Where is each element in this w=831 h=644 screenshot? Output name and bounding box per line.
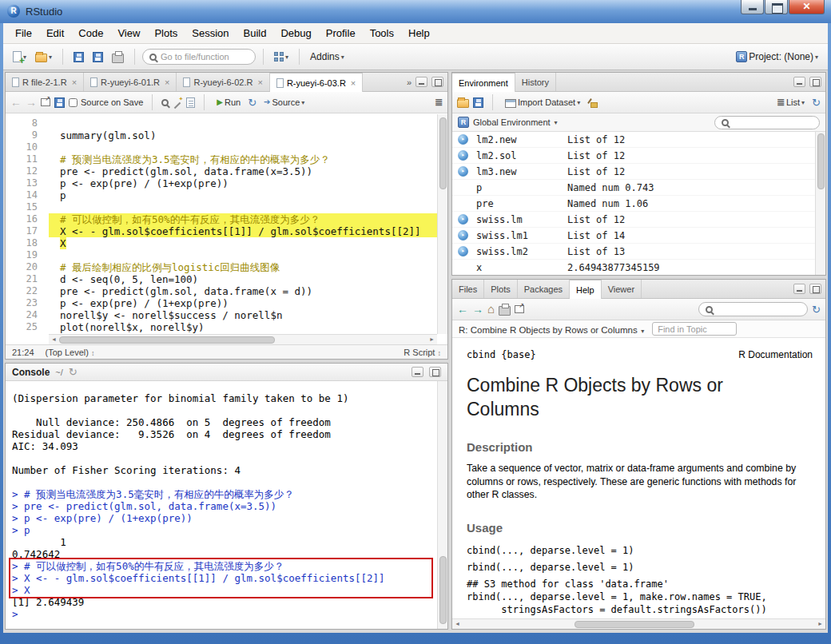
close-tab-icon[interactable]: × — [165, 78, 169, 87]
forward-icon[interactable]: → — [26, 97, 37, 108]
source-tab[interactable]: R-yueyi-6-01.R× — [84, 73, 177, 91]
console-output[interactable]: (Dispersion parameter for binomial famil… — [6, 381, 437, 629]
import-dataset-button[interactable]: Import Dataset▾ — [502, 95, 583, 110]
code-line[interactable]: X <- - glm.sol$coefficients[[1]] / glm.s… — [49, 225, 437, 237]
menu-item-debug[interactable]: Debug — [273, 24, 318, 42]
code-tools-icon[interactable] — [173, 97, 182, 107]
scrollbar-thumb[interactable] — [575, 621, 694, 628]
save-workspace-icon[interactable] — [473, 97, 483, 108]
save-button[interactable] — [70, 50, 87, 65]
close-tab-icon[interactable]: × — [72, 78, 77, 87]
console-vertical-scrollbar[interactable] — [437, 381, 447, 629]
rerun-icon[interactable]: ↻ — [248, 97, 256, 108]
code-line[interactable] — [49, 201, 437, 213]
scroll-left-arrow[interactable]: ◄ — [452, 619, 463, 629]
save-source-icon[interactable] — [54, 97, 65, 108]
minimize-pane-button[interactable] — [793, 284, 805, 294]
back-icon[interactable]: ← — [10, 97, 22, 108]
maximize-pane-button[interactable] — [431, 77, 443, 87]
menu-item-tools[interactable]: Tools — [363, 24, 401, 42]
goto-file-input[interactable] — [161, 52, 249, 62]
editor-vertical-scrollbar[interactable] — [437, 114, 447, 334]
environment-row[interactable]: ▸lm3.newList of 12 — [452, 164, 815, 180]
refresh-icon[interactable]: ↻ — [812, 97, 821, 108]
code-line[interactable]: p — [49, 189, 437, 201]
new-file-button[interactable]: ▾ — [10, 49, 30, 65]
minimize-pane-button[interactable] — [416, 77, 427, 87]
tab-viewer[interactable]: Viewer — [602, 280, 642, 298]
help-search[interactable] — [698, 302, 808, 316]
project-menu-button[interactable]: R Project: (None) ▾ — [733, 49, 821, 65]
minimize-pane-button[interactable] — [793, 77, 805, 87]
code-line[interactable]: pre <- predict(glm.sol, data.frame(x=3.5… — [49, 165, 437, 177]
addins-button[interactable]: Addins▾ — [307, 49, 348, 65]
help-horizontal-scrollbar[interactable]: ◄ ► — [452, 618, 825, 629]
find-in-topic-input[interactable] — [658, 324, 731, 334]
scrollbar-thumb[interactable] — [59, 336, 275, 344]
maximize-pane-button[interactable] — [429, 367, 441, 377]
tab-files[interactable]: Files — [452, 280, 484, 298]
forward-icon[interactable]: → — [472, 304, 483, 315]
code-line[interactable]: plot(norell$x, norell$y) — [49, 321, 437, 333]
compile-notebook-icon[interactable] — [186, 97, 195, 108]
code-line[interactable] — [49, 141, 437, 153]
editor-horizontal-scrollbar[interactable]: ◄ ► — [49, 334, 437, 344]
find-in-topic-box[interactable] — [652, 322, 737, 336]
environment-vertical-scrollbar[interactable] — [815, 132, 825, 275]
save-all-button[interactable] — [89, 50, 106, 65]
code-line[interactable]: pre <- predict(glm.sol, data.frame(x = d… — [49, 285, 437, 297]
tab-plots[interactable]: Plots — [484, 280, 517, 298]
code-line[interactable]: # 可以做控制，如有50%的牛有反应，其电流强度为多少？ — [49, 213, 437, 225]
help-search-input[interactable] — [717, 304, 801, 314]
goto-file-search[interactable] — [142, 49, 256, 65]
code-line[interactable]: X — [49, 237, 437, 249]
source-button[interactable]: ➔Source▾ — [260, 95, 308, 109]
source-tab[interactable]: R-yueyi-6-03.R× — [270, 73, 363, 92]
environment-row[interactable]: preNamed num 1.06 — [452, 196, 815, 212]
open-in-new-window-icon[interactable] — [515, 305, 524, 313]
environment-row[interactable]: ▸lm2.newList of 12 — [452, 132, 815, 148]
menu-item-file[interactable]: File — [8, 24, 39, 42]
refresh-icon[interactable]: ↻ — [812, 304, 821, 315]
expand-object-icon[interactable]: ▸ — [458, 134, 468, 145]
print-button[interactable] — [109, 49, 127, 66]
scroll-left-arrow[interactable]: ◄ — [49, 335, 59, 344]
close-tab-icon[interactable]: × — [351, 78, 356, 88]
menu-item-help[interactable]: Help — [401, 24, 437, 42]
expand-object-icon[interactable]: ▸ — [458, 230, 468, 241]
tab-help[interactable]: Help — [570, 280, 602, 299]
list-view-button[interactable]: ≣List▾ — [773, 94, 808, 110]
scope-selector[interactable]: (Top Level) ↕ — [46, 348, 95, 357]
scrollbar-thumb[interactable] — [817, 133, 825, 189]
home-icon[interactable]: ⌂ — [487, 304, 495, 315]
more-tabs-icon[interactable]: » — [407, 78, 412, 87]
menu-item-profile[interactable]: Profile — [319, 24, 363, 42]
code-line[interactable]: norell$y <- norell$success / norell$n — [49, 309, 437, 321]
print-icon[interactable] — [499, 306, 511, 316]
file-type-selector[interactable]: R Script ↕ — [404, 348, 441, 357]
tab-history[interactable]: History — [515, 73, 556, 91]
scrollbar-thumb[interactable] — [439, 117, 447, 189]
minimize-window-button[interactable] — [741, 0, 764, 14]
open-in-new-window-icon[interactable] — [41, 98, 50, 106]
menu-item-code[interactable]: Code — [71, 24, 110, 42]
code-line[interactable]: d <- seq(0, 5, len=100) — [49, 273, 437, 285]
scroll-right-arrow[interactable]: ► — [427, 335, 437, 344]
maximize-pane-button[interactable] — [809, 77, 821, 87]
scrollbar-thumb[interactable] — [439, 556, 447, 624]
expand-object-icon[interactable]: ▸ — [458, 166, 468, 177]
scroll-right-arrow[interactable]: ► — [815, 619, 825, 629]
close-tab-icon[interactable]: × — [257, 78, 262, 87]
load-workspace-icon[interactable] — [457, 99, 469, 108]
environment-row[interactable]: ▸swiss.lm2List of 13 — [452, 244, 815, 260]
find-replace-icon[interactable] — [161, 99, 169, 106]
code-line[interactable]: p <- exp(pre) / (1+exp(pre)) — [49, 297, 437, 309]
compile-report-button[interactable]: ▾ — [271, 50, 292, 64]
environment-row[interactable]: ▸swiss.lmList of 12 — [452, 212, 815, 228]
close-window-button[interactable]: ✕ — [789, 0, 825, 14]
source-tab[interactable]: R-yueyi-6-02.R× — [177, 73, 269, 91]
run-button[interactable]: ▶Run — [213, 95, 244, 109]
open-file-button[interactable]: ▾ — [32, 49, 55, 65]
environment-row[interactable]: ▸swiss.lm1List of 14 — [452, 228, 815, 244]
code-line[interactable]: p <- exp(pre) / (1+exp(pre)) — [49, 177, 437, 189]
